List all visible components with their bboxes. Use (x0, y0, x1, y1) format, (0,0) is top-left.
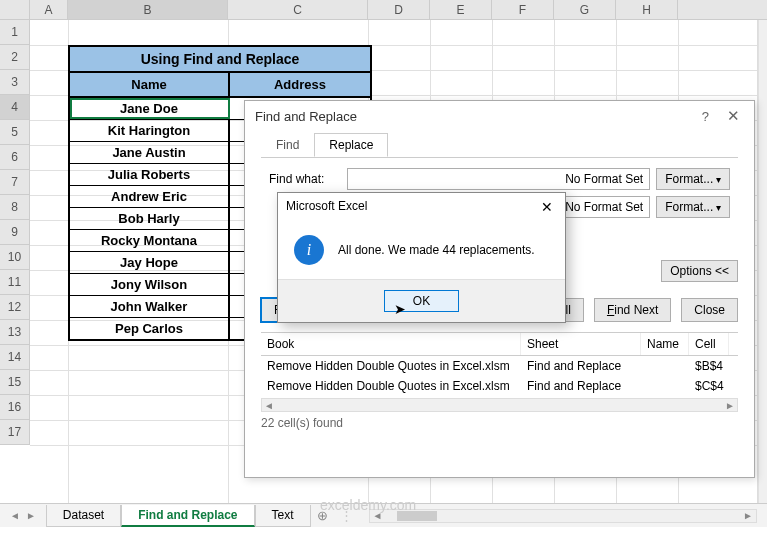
cell-name[interactable]: Jay Hope (70, 252, 230, 273)
sheet-tab-bar: ◄► DatasetFind and ReplaceText ⊕ ⋮ ◄► (0, 503, 767, 527)
col-header-B[interactable]: B (68, 0, 228, 19)
horizontal-scrollbar[interactable]: ◄► (369, 509, 757, 523)
row-header-17[interactable]: 17 (0, 420, 30, 445)
col-header-H[interactable]: H (616, 0, 678, 19)
cell-name[interactable]: Pep Carlos (70, 318, 230, 339)
table-title: Using Find and Replace (70, 47, 370, 73)
row-header-7[interactable]: 7 (0, 170, 30, 195)
row-header-5[interactable]: 5 (0, 120, 30, 145)
find-format-preview: No Format Set (347, 168, 650, 190)
find-what-label: Find what: (269, 172, 341, 186)
row-header-11[interactable]: 11 (0, 270, 30, 295)
cell-name[interactable]: Andrew Eric (70, 186, 230, 207)
replace-format-button[interactable]: Format... (656, 196, 730, 218)
tab-replace[interactable]: Replace (314, 133, 388, 157)
info-icon: i (294, 235, 324, 265)
close-button[interactable]: Close (681, 298, 738, 322)
row-header-13[interactable]: 13 (0, 320, 30, 345)
row-header-16[interactable]: 16 (0, 395, 30, 420)
tab-find[interactable]: Find (261, 133, 314, 157)
result-row[interactable]: Remove Hidden Double Quotes in Excel.xls… (261, 356, 738, 376)
col-header-C[interactable]: C (228, 0, 368, 19)
dialog-title: Find and Replace (255, 109, 357, 124)
row-header-6[interactable]: 6 (0, 145, 30, 170)
row-header-12[interactable]: 12 (0, 295, 30, 320)
sheet-tab[interactable]: Find and Replace (121, 505, 254, 527)
select-all-corner[interactable] (0, 0, 30, 19)
cell-name[interactable]: Jony Wilson (70, 274, 230, 295)
col-header-F[interactable]: F (492, 0, 554, 19)
cell-name[interactable]: John Walker (70, 296, 230, 317)
cell-name[interactable]: Bob Harly (70, 208, 230, 229)
header-address: Address (230, 73, 370, 96)
cell-name[interactable]: Rocky Montana (70, 230, 230, 251)
row-header-3[interactable]: 3 (0, 70, 30, 95)
cell-name[interactable]: Kit Harington (70, 120, 230, 141)
msgbox-close-icon[interactable]: ✕ (537, 199, 557, 215)
msgbox-message: All done. We made 44 replacements. (338, 243, 535, 257)
col-header-G[interactable]: G (554, 0, 616, 19)
column-headers: ABCDEFGH (0, 0, 767, 20)
sheet-tab[interactable]: Text (255, 505, 311, 527)
cell-name[interactable]: Jane Austin (70, 142, 230, 163)
ok-button[interactable]: OK (384, 290, 459, 312)
col-header-E[interactable]: E (430, 0, 492, 19)
message-box: Microsoft Excel ✕ i All done. We made 44… (277, 192, 566, 323)
sheet-tabs-container: DatasetFind and ReplaceText (46, 505, 311, 527)
row-header-2[interactable]: 2 (0, 45, 30, 70)
close-icon[interactable]: ✕ (723, 107, 744, 125)
table-header-row: Name Address (70, 73, 370, 98)
options-button[interactable]: Options << (661, 260, 738, 282)
col-header-A[interactable]: A (30, 0, 68, 19)
row-header-9[interactable]: 9 (0, 220, 30, 245)
msgbox-title: Microsoft Excel (286, 199, 367, 215)
row-headers: 1234567891011121314151617 (0, 20, 30, 445)
cell-name[interactable]: Jane Doe (70, 98, 230, 119)
dialog-titlebar[interactable]: Find and Replace ? ✕ (245, 101, 754, 131)
sheet-tab[interactable]: Dataset (46, 505, 121, 527)
row-header-1[interactable]: 1 (0, 20, 30, 45)
row-header-4[interactable]: 4 (0, 95, 30, 120)
sheet-nav[interactable]: ◄► (0, 510, 46, 521)
results-header: Book Sheet Name Cell (261, 332, 738, 356)
dialog-tabs: Find Replace (245, 133, 754, 157)
add-sheet-button[interactable]: ⊕ (311, 508, 334, 523)
row-header-14[interactable]: 14 (0, 345, 30, 370)
results-hscroll[interactable]: ◄► (261, 398, 738, 412)
header-name: Name (70, 73, 230, 96)
cell-name[interactable]: Julia Roberts (70, 164, 230, 185)
find-next-button[interactable]: Find Next (594, 298, 671, 322)
row-header-15[interactable]: 15 (0, 370, 30, 395)
status-text: 22 cell(s) found (261, 416, 738, 430)
row-header-10[interactable]: 10 (0, 245, 30, 270)
col-header-D[interactable]: D (368, 0, 430, 19)
row-header-8[interactable]: 8 (0, 195, 30, 220)
result-row[interactable]: Remove Hidden Double Quotes in Excel.xls… (261, 376, 738, 396)
find-format-button[interactable]: Format... (656, 168, 730, 190)
msgbox-titlebar[interactable]: Microsoft Excel ✕ (278, 193, 565, 221)
results-list[interactable]: Remove Hidden Double Quotes in Excel.xls… (261, 356, 738, 396)
help-icon[interactable]: ? (702, 109, 709, 124)
